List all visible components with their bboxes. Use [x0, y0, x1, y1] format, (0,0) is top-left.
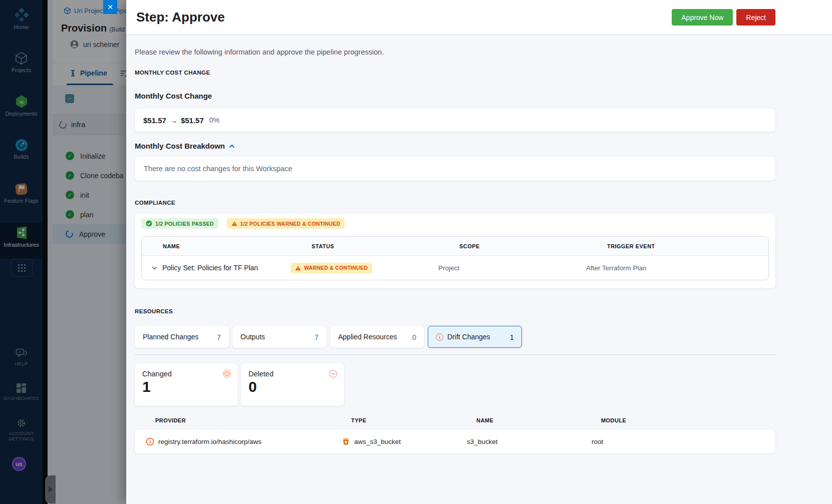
- policies-passed-badge: 1/2 POLICIES PASSED: [141, 218, 218, 229]
- cost-breakdown-empty-card: There are no cost changes for this Works…: [135, 157, 775, 181]
- tab-label: Drift Changes: [447, 333, 490, 341]
- tab-outputs[interactable]: Outputs 7: [232, 326, 327, 348]
- tab-count: 7: [315, 333, 319, 341]
- stat-value: 1: [142, 379, 230, 394]
- policy-scope: Project: [438, 264, 586, 272]
- tab-count: 7: [217, 333, 221, 341]
- tab-label: Applied Resources: [338, 333, 397, 341]
- drift-table-header: PROVIDER TYPE NAME MODULE: [135, 417, 775, 423]
- approve-step-drawer: ✕ Step: Approve Approve Now Reject Pleas…: [126, 0, 832, 504]
- close-icon: ✕: [107, 3, 113, 11]
- resource-module: root: [592, 438, 775, 445]
- changed-icon: [222, 369, 231, 380]
- col-name: NAME: [163, 243, 312, 249]
- monthly-cost-change-heading: MONTHLY COST CHANGE: [135, 70, 775, 76]
- changed-stat-card: Changed 1: [135, 363, 238, 406]
- tab-drift-changes[interactable]: i Drift Changes 1: [428, 326, 522, 348]
- tab-count: 1: [510, 333, 514, 341]
- col-name: NAME: [476, 417, 601, 423]
- drawer-title: Step: Approve: [136, 10, 225, 25]
- cost-to: $51.57: [181, 116, 204, 125]
- tab-planned-changes[interactable]: Planned Changes 7: [135, 326, 229, 348]
- drift-info-icon: i: [436, 333, 443, 341]
- reject-button[interactable]: Reject: [736, 9, 775, 26]
- divider: [135, 354, 775, 355]
- col-trigger-event: TRIGGER EVENT: [607, 243, 768, 249]
- resource-type: aws_s3_bucket: [354, 438, 401, 445]
- resources-heading: RESOURCES: [135, 308, 775, 314]
- drift-info-icon: [146, 437, 154, 446]
- tab-label: Planned Changes: [143, 333, 198, 341]
- resource-provider: registry.terraform.io/hashicorp/aws: [158, 438, 261, 445]
- stat-label: Deleted: [248, 370, 337, 378]
- warning-triangle-icon: [295, 265, 301, 271]
- chevron-up-icon: [229, 144, 235, 148]
- drawer-collapse-handle[interactable]: [45, 475, 56, 503]
- drift-table-row[interactable]: registry.terraform.io/hashicorp/aws aws_…: [135, 429, 775, 453]
- chevron-down-icon[interactable]: [152, 266, 157, 270]
- status-badge: WARNED & CONTINUED: [291, 263, 372, 273]
- policy-set-name: Policy Set: Policies for TF Plan: [162, 264, 258, 272]
- col-scope: SCOPE: [459, 243, 607, 249]
- close-button[interactable]: ✕: [103, 0, 117, 14]
- aws-s3-bucket-icon: [342, 437, 350, 446]
- col-type: TYPE: [351, 417, 476, 423]
- policy-table-header: NAME STATUS SCOPE TRIGGER EVENT: [142, 237, 768, 256]
- drift-stat-cards: Changed 1 Deleted 0: [135, 363, 775, 406]
- policy-table-row[interactable]: Policy Set: Policies for TF Plan WARNED …: [142, 256, 768, 280]
- tab-applied-resources[interactable]: Applied Resources 0: [330, 326, 424, 348]
- drawer-body: Please review the following information …: [126, 48, 832, 468]
- chevron-right-icon: [49, 486, 53, 493]
- policies-warned-badge: 1/2 POLICIES WARNED & CONTINUED: [227, 218, 345, 229]
- stat-label: Changed: [142, 370, 230, 378]
- cost-from: $51.57: [143, 116, 166, 125]
- stat-value: 0: [248, 379, 337, 394]
- deleted-stat-card: Deleted 0: [241, 363, 344, 406]
- tab-label: Outputs: [240, 333, 265, 341]
- col-module: MODULE: [601, 417, 775, 423]
- monthly-cost-breakdown-toggle[interactable]: Monthly Cost Breakdown: [135, 142, 775, 150]
- approve-now-button[interactable]: Approve Now: [672, 9, 733, 26]
- breakdown-label: Monthly Cost Breakdown: [135, 142, 225, 150]
- resource-name: s3_bucket: [467, 438, 592, 445]
- arrow-right-icon: →: [170, 116, 177, 125]
- monthly-cost-change-subheading: Monthly Cost Change: [135, 92, 775, 100]
- deleted-icon: [329, 369, 338, 380]
- policy-table: NAME STATUS SCOPE TRIGGER EVENT Policy S…: [141, 236, 769, 280]
- app-root: Home Projects ∞ Deployments Builds Featu…: [0, 0, 832, 504]
- policy-trigger-event: After Terraform Plan: [586, 264, 768, 272]
- tab-count: 0: [412, 333, 416, 341]
- col-provider: PROVIDER: [155, 417, 351, 423]
- compliance-heading: COMPLIANCE: [135, 200, 775, 206]
- warning-triangle-icon: [231, 221, 237, 226]
- cost-percent: 0%: [209, 116, 219, 124]
- cost-change-card: $51.57 → $51.57 0%: [135, 109, 775, 132]
- review-instructions: Please review the following information …: [135, 48, 775, 56]
- resources-tabs: Planned Changes 7 Outputs 7 Applied Reso…: [135, 326, 775, 348]
- col-status: STATUS: [312, 243, 459, 249]
- drawer-header: Step: Approve Approve Now Reject: [126, 0, 832, 35]
- check-circle-icon: [146, 220, 152, 227]
- compliance-card: 1/2 POLICIES PASSED 1/2 POLICIES WARNED …: [135, 213, 775, 288]
